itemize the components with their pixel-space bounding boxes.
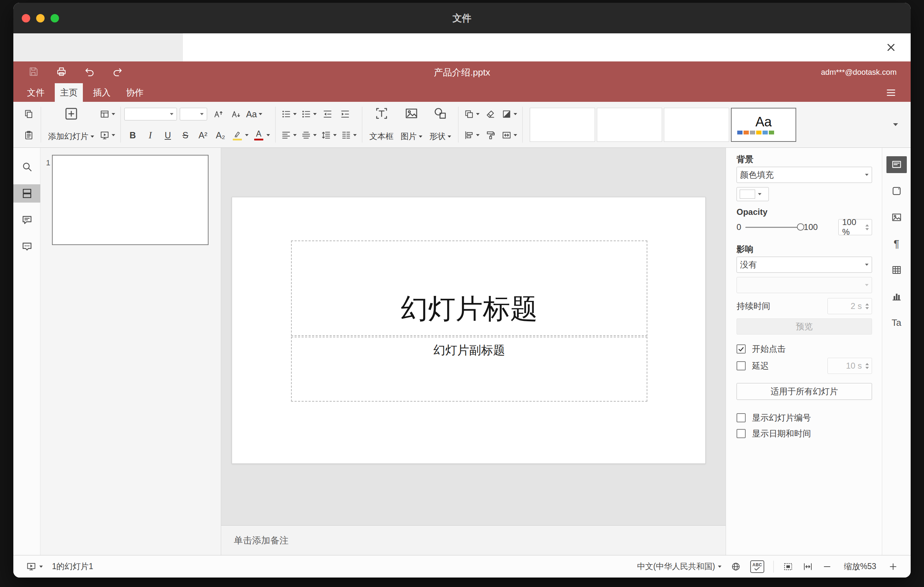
paragraph-settings-tab[interactable]: ¶ <box>886 235 907 252</box>
save-button[interactable] <box>27 66 39 79</box>
close-traffic-light[interactable] <box>22 14 30 23</box>
slide-size-button[interactable] <box>500 127 519 143</box>
table-settings-tab[interactable] <box>886 262 907 279</box>
effect-select[interactable]: 没有 <box>736 257 872 273</box>
view-settings-button[interactable] <box>885 83 897 102</box>
minimize-traffic-light[interactable] <box>36 14 45 23</box>
print-button[interactable] <box>56 66 68 79</box>
spinner-arrows[interactable] <box>865 363 869 369</box>
document-language-button[interactable]: 中文(中华人民共和国) <box>637 561 721 572</box>
title-placeholder[interactable]: 幻灯片标题 <box>291 241 647 336</box>
decrease-indent-button[interactable] <box>319 106 336 122</box>
copy-style-button[interactable] <box>482 127 499 143</box>
fill-type-select[interactable]: 颜色填充 <box>736 167 872 183</box>
textart-settings-tab[interactable]: Ta <box>886 314 907 331</box>
spin-down-icon[interactable] <box>865 307 869 309</box>
increase-font-button[interactable] <box>209 106 226 122</box>
underline-button[interactable]: U <box>159 127 176 143</box>
subscript-button[interactable]: A₂ <box>212 127 229 143</box>
decrease-font-button[interactable] <box>227 106 244 122</box>
change-layout-button[interactable] <box>97 106 117 122</box>
insert-shape-button[interactable]: 形状 <box>426 104 455 145</box>
theme-thumbnail[interactable] <box>664 108 729 142</box>
spell-check-button[interactable]: ABC <box>750 560 764 573</box>
increase-indent-button[interactable] <box>337 106 353 122</box>
duration-spinner[interactable]: 2 s <box>827 298 872 314</box>
columns-button[interactable] <box>339 127 358 143</box>
italic-button[interactable]: I <box>142 127 159 143</box>
change-case-button[interactable]: Aa <box>244 106 264 122</box>
slide[interactable]: 幻灯片标题 幻灯片副标题 <box>232 197 706 464</box>
highlight-color-button[interactable] <box>229 127 250 143</box>
spin-up-icon[interactable] <box>865 363 869 365</box>
show-datetime-checkbox[interactable] <box>736 429 746 438</box>
shape-settings-tab[interactable] <box>886 183 907 200</box>
spinner-arrows[interactable] <box>865 224 869 230</box>
background-color-select[interactable] <box>736 187 769 201</box>
start-slideshow-status-button[interactable] <box>26 561 43 572</box>
slide-settings-tab[interactable] <box>886 156 907 173</box>
bullets-button[interactable] <box>279 106 299 122</box>
strikethrough-button[interactable]: S <box>177 127 194 143</box>
arrange-shape-button[interactable] <box>462 106 481 122</box>
fit-to-slide-button[interactable] <box>783 561 794 572</box>
apply-to-all-slides-button[interactable]: 适用于所有幻灯片 <box>736 383 872 400</box>
horizontal-align-button[interactable] <box>279 127 299 143</box>
tab-home[interactable]: 主页 <box>55 83 83 102</box>
subtitle-placeholder[interactable]: 幻灯片副标题 <box>291 337 647 402</box>
redo-button[interactable] <box>112 66 124 79</box>
spin-down-icon[interactable] <box>865 228 869 230</box>
spin-up-icon[interactable] <box>865 303 869 305</box>
undo-button[interactable] <box>84 66 96 79</box>
bold-button[interactable]: B <box>124 127 141 143</box>
opacity-slider-handle[interactable] <box>797 223 804 231</box>
search-panel-button[interactable] <box>13 158 40 176</box>
image-settings-tab[interactable] <box>886 209 907 226</box>
paste-button[interactable] <box>20 127 37 143</box>
spinner-arrows[interactable] <box>865 303 869 309</box>
tab-insert[interactable]: 插入 <box>88 83 116 102</box>
zoom-in-button[interactable] <box>888 562 898 572</box>
opacity-slider[interactable] <box>745 227 801 228</box>
notes-area[interactable]: 单击添加备注 <box>221 525 726 555</box>
add-slide-button[interactable]: 添加幻灯片 <box>45 104 97 145</box>
set-language-button[interactable] <box>731 561 741 572</box>
align-shape-button[interactable] <box>462 127 481 143</box>
theme-thumbnail[interactable] <box>530 108 595 142</box>
insert-image-button[interactable]: 图片 <box>397 104 426 145</box>
copy-button[interactable] <box>20 106 37 122</box>
chart-settings-tab[interactable] <box>886 288 907 305</box>
spin-down-icon[interactable] <box>865 367 869 369</box>
close-preview-button[interactable] <box>883 40 899 55</box>
zoom-traffic-light[interactable] <box>51 14 59 23</box>
font-size-input[interactable] <box>180 108 207 120</box>
slide-thumbnail[interactable] <box>52 155 208 245</box>
delay-checkbox[interactable] <box>736 361 746 370</box>
fit-to-width-button[interactable] <box>802 561 813 572</box>
vertical-align-button[interactable] <box>299 127 318 143</box>
effect-type-select[interactable] <box>736 277 872 293</box>
preview-button[interactable]: 预览 <box>736 318 872 335</box>
tab-file[interactable]: 文件 <box>22 83 50 102</box>
delay-spinner[interactable]: 10 s <box>827 358 872 374</box>
zoom-out-button[interactable] <box>822 562 832 572</box>
theme-thumbnail[interactable] <box>597 108 662 142</box>
line-spacing-button[interactable] <box>319 127 338 143</box>
slides-panel-button[interactable] <box>13 184 40 203</box>
spin-up-icon[interactable] <box>865 224 869 226</box>
tab-collaboration[interactable]: 协作 <box>121 83 149 102</box>
comments-panel-button[interactable] <box>13 211 40 229</box>
numbering-button[interactable] <box>299 106 318 122</box>
start-slideshow-button[interactable] <box>97 127 117 143</box>
theme-thumbnail-selected[interactable]: Aa <box>731 108 796 142</box>
font-color-button[interactable]: A <box>251 127 272 143</box>
shape-fill-button[interactable] <box>500 106 519 122</box>
theme-gallery-expand-button[interactable] <box>888 104 904 145</box>
opacity-spinner[interactable]: 100 % <box>838 219 872 235</box>
start-on-click-checkbox[interactable] <box>736 345 746 353</box>
feedback-panel-button[interactable] <box>13 238 40 256</box>
superscript-button[interactable]: A² <box>195 127 211 143</box>
show-slide-number-checkbox[interactable] <box>736 413 746 422</box>
font-name-input[interactable] <box>124 108 177 120</box>
insert-textbox-button[interactable]: 文本框 <box>366 104 397 145</box>
